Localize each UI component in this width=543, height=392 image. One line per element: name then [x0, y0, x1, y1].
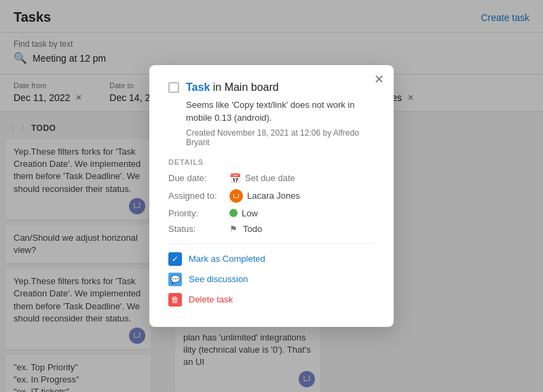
modal-due-date-row: Due date: 📅 Set due date: [168, 173, 375, 184]
discuss-label: See discussion: [189, 274, 248, 284]
due-date-key: Due date:: [168, 173, 229, 183]
delete-task-action[interactable]: 🗑 Delete task: [168, 293, 375, 307]
modal-assigned-row: Assigned to: LJ Lacara Jones: [168, 189, 375, 203]
modal-close-button[interactable]: ✕: [374, 73, 384, 85]
modal-status-row: Status: ⚑ Todo: [168, 224, 375, 234]
assigned-val: LJ Lacara Jones: [229, 189, 300, 203]
delete-icon: 🗑: [168, 293, 182, 307]
complete-label: Mark as Completed: [189, 254, 265, 264]
modal-details-label: DETAILS: [168, 158, 375, 166]
see-discussion-action[interactable]: 💬 See discussion: [168, 273, 375, 286]
assigned-key: Assigned to:: [168, 191, 229, 201]
modal-created: Created November 18, 2021 at 12:06 by Al…: [168, 128, 375, 147]
discuss-icon: 💬: [168, 273, 182, 286]
task-link[interactable]: Task: [186, 81, 210, 93]
modal-divider: [168, 243, 375, 244]
set-due-date-label[interactable]: Set due date: [245, 173, 295, 183]
complete-icon: ✓: [168, 252, 182, 266]
assignee-avatar: LJ: [229, 189, 243, 203]
due-date-val: 📅 Set due date: [229, 173, 295, 184]
task-detail-modal: ✕ Task in Main board Seems like 'Copy te…: [149, 65, 394, 326]
modal-priority-row: Priority: Low: [168, 208, 375, 218]
priority-value: Low: [242, 208, 258, 218]
task-complete-checkbox[interactable]: [168, 82, 179, 93]
status-value: Todo: [243, 224, 262, 234]
delete-label: Delete task: [189, 294, 233, 305]
priority-key: Priority:: [168, 208, 229, 218]
mark-complete-action[interactable]: ✓ Mark as Completed: [168, 252, 375, 266]
modal-overlay[interactable]: ✕ Task in Main board Seems like 'Copy te…: [0, 0, 543, 392]
assignee-name: Lacara Jones: [247, 191, 300, 201]
modal-title-suffix: in Main board: [213, 81, 279, 93]
status-key: Status:: [168, 224, 229, 234]
modal-title-row: Task in Main board: [168, 81, 375, 94]
modal-title: Task in Main board: [186, 81, 279, 94]
status-flag-icon: ⚑: [229, 224, 239, 233]
priority-val: Low: [229, 208, 258, 218]
calendar-icon: 📅: [229, 173, 241, 184]
priority-dot-icon: [229, 209, 238, 217]
modal-description: Seems like 'Copy text/link' does not wor…: [168, 99, 375, 123]
status-val: ⚑ Todo: [229, 224, 262, 234]
